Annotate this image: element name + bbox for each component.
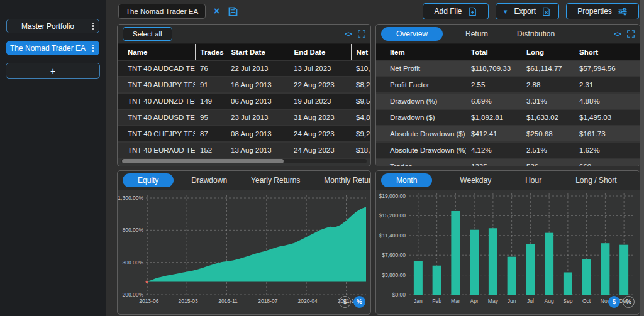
table-row[interactable]: Profit Factor2.552.882.31: [376, 77, 640, 93]
column-header[interactable]: End Date: [289, 44, 351, 60]
table-cell: $118,709.33: [466, 60, 521, 77]
tab-monthly-returns[interactable]: Monthly Returns: [318, 173, 371, 187]
table-cell: 660: [574, 158, 640, 166]
table-row[interactable]: TNT 40 EURAUD TEST 115213 Aug 201324 Aug…: [118, 142, 370, 158]
select-all-button[interactable]: Select all: [123, 27, 172, 41]
table-cell: 08 Aug 2013: [226, 126, 289, 142]
table-cell: $4,8: [351, 109, 370, 126]
month-panel: MonthWeekdayHourLong / Short <> $0.00$3,…: [375, 170, 640, 315]
overview-panel: OverviewReturnDistribution <> ItemTotalL…: [375, 24, 640, 166]
svg-text:Jul: Jul: [527, 298, 534, 304]
table-row[interactable]: Drawdown ($)$1,892.81$1,633.02$1,495.03: [376, 109, 640, 126]
svg-text:2020-04: 2020-04: [298, 298, 318, 304]
equity-chart: -200.00%300.00%800.00%1,300.00%2013-0620…: [118, 190, 370, 307]
table-row[interactable]: TNT 40 AUDCAD TEST 17622 Jul 201313 Jul …: [118, 60, 370, 77]
sidebar-item-label: The Nomad Trader EA: [7, 44, 89, 53]
sidebar-item-the-nomad-trader-ea[interactable]: The Nomad Trader EA: [6, 41, 99, 55]
table-cell: 06 Aug 2013: [226, 93, 289, 109]
equity-tabs: EquityDrawdownYearly ReturnsMonthly Retu…: [118, 171, 370, 190]
expand-icon[interactable]: [358, 30, 365, 38]
add-portfolio-button[interactable]: +: [6, 63, 100, 79]
tab-yearly-returns[interactable]: Yearly Returns: [245, 173, 306, 187]
tab-return[interactable]: Return: [459, 27, 494, 41]
tab-equity[interactable]: Equity: [123, 173, 174, 187]
sidebar-item-master-portfolio[interactable]: Master Portfolio: [6, 19, 99, 33]
table-cell: 3.31%: [521, 93, 574, 109]
column-header[interactable]: Net: [351, 44, 370, 60]
svg-text:$15,200.00: $15,200.00: [379, 212, 406, 219]
table-row[interactable]: Trades1235536660: [376, 158, 640, 166]
svg-text:1,300.00%: 1,300.00%: [118, 195, 143, 201]
svg-text:2013-06: 2013-06: [139, 298, 158, 304]
chevron-down-icon[interactable]: ▾: [504, 8, 508, 16]
column-header[interactable]: Total: [466, 44, 521, 60]
table-cell: $9,2: [351, 126, 370, 142]
column-header[interactable]: Short: [574, 44, 640, 60]
strategies-header-row: NameTradesStart DateEnd DateNet: [118, 44, 370, 60]
dollar-toggle[interactable]: $: [339, 296, 351, 308]
tab-overview[interactable]: Overview: [381, 27, 443, 41]
table-cell: TNT 40 AUDNZD TEST 1: [118, 93, 195, 109]
month-tabs: MonthWeekdayHourLong / Short <>: [376, 171, 640, 190]
monthly-profit-chart: $0.00$3,800.00$7,600.00$11,400.00$15,200…: [376, 190, 640, 307]
code-view-icon[interactable]: <>: [614, 30, 621, 38]
table-cell: 1235: [466, 158, 521, 166]
sidebar: Master PortfolioThe Nomad Trader EA +: [0, 0, 106, 316]
close-tab-icon[interactable]: ×: [214, 6, 219, 16]
table-row[interactable]: TNT 40 AUDNZD TEST 114906 Aug 201319 Jul…: [118, 93, 370, 109]
table-cell: $412.41: [466, 126, 521, 142]
table-cell: Trades: [376, 158, 466, 166]
table-cell: $250.68: [521, 126, 574, 142]
table-cell: 87: [195, 126, 226, 142]
table-cell: 23 Jul 2013: [226, 109, 289, 126]
portfolio-tab[interactable]: The Nomad Trader EA: [118, 4, 206, 19]
tab-long-short[interactable]: Long / Short: [569, 173, 623, 187]
table-row[interactable]: Absolute Drawdown (%)4.12%2.51%1.62%: [376, 142, 640, 158]
table-cell: Absolute Drawdown ($): [376, 126, 466, 142]
column-header[interactable]: Trades: [195, 44, 226, 60]
window-scrollbar-track[interactable]: [640, 0, 644, 316]
percent-toggle[interactable]: %: [353, 296, 365, 308]
tab-distribution[interactable]: Distribution: [511, 27, 561, 41]
table-row[interactable]: TNT 40 AUDJPY TEST 19116 Aug 201322 Aug …: [118, 77, 370, 93]
table-row[interactable]: Absolute Drawdown ($)$412.41$250.68$161.…: [376, 126, 640, 142]
scrollbar-thumb[interactable]: [122, 159, 284, 163]
equity-panel: EquityDrawdownYearly ReturnsMonthly Retu…: [117, 170, 371, 315]
table-cell: 24 Aug 2023: [289, 142, 351, 158]
table-cell: 1.62%: [574, 142, 640, 158]
column-header[interactable]: Item: [376, 44, 466, 60]
table-cell: TNT 40 AUDUSD TEST 1: [118, 109, 195, 126]
table-cell: 95: [195, 109, 226, 126]
column-header[interactable]: Name: [118, 44, 195, 60]
export-button[interactable]: ▾ Export: [496, 3, 559, 19]
percent-toggle[interactable]: %: [623, 296, 635, 308]
kebab-menu-icon[interactable]: [89, 45, 97, 52]
table-row[interactable]: Net Profit$118,709.33$61,114.77$57,594.5…: [376, 60, 640, 77]
overview-header-row: ItemTotalLongShort: [376, 44, 640, 60]
dollar-toggle[interactable]: $: [608, 296, 620, 308]
column-header[interactable]: Start Date: [226, 44, 289, 60]
column-header[interactable]: Long: [521, 44, 574, 60]
table-cell: Absolute Drawdown (%): [376, 142, 466, 158]
tab-weekday[interactable]: Weekday: [453, 173, 497, 187]
table-cell: $1,633.02: [521, 109, 574, 126]
tab-drawdown[interactable]: Drawdown: [185, 173, 233, 187]
horizontal-scrollbar[interactable]: [121, 159, 367, 163]
svg-text:Mar: Mar: [451, 298, 460, 304]
code-view-icon[interactable]: <>: [345, 30, 352, 38]
table-row[interactable]: TNT 40 CHFJPY TEST 18708 Aug 201324 Aug …: [118, 126, 370, 142]
table-cell: 6.69%: [466, 93, 521, 109]
tab-hour[interactable]: Hour: [519, 173, 548, 187]
properties-button[interactable]: Properties: [566, 3, 639, 19]
add-file-button[interactable]: Add File: [423, 3, 489, 19]
tab-month[interactable]: Month: [381, 173, 432, 187]
table-row[interactable]: TNT 40 AUDUSD TEST 19523 Jul 201331 Aug …: [118, 109, 370, 126]
save-icon[interactable]: [228, 6, 238, 17]
file-plus-icon: [468, 7, 477, 16]
kebab-menu-icon[interactable]: [89, 23, 97, 30]
table-cell: 2.55: [466, 77, 521, 93]
table-row[interactable]: Drawdown (%)6.69%3.31%4.88%: [376, 93, 640, 109]
svg-text:Jan: Jan: [414, 298, 423, 304]
table-cell: $8,2: [351, 77, 370, 93]
expand-icon[interactable]: [627, 30, 635, 38]
